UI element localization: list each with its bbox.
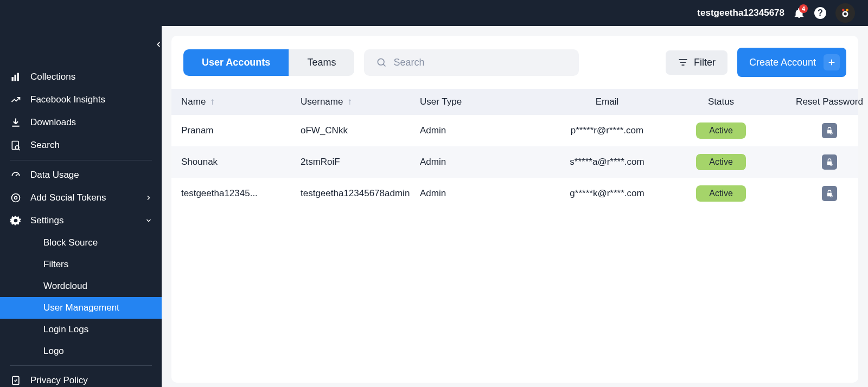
- table-row: Shounak 2tsmRoiF Admin s*****a@r****.com…: [171, 146, 858, 178]
- sidebar-item-label: Search: [30, 140, 60, 151]
- col-name[interactable]: Name↑: [181, 96, 301, 107]
- sidebar-item-label: Downloads: [30, 117, 76, 128]
- content-card: User Accounts Teams Filter Create Accoun…: [171, 36, 858, 383]
- svg-point-5: [844, 12, 847, 16]
- help-icon: ?: [814, 7, 827, 20]
- sidebar-collapse-button[interactable]: [152, 38, 165, 51]
- status-badge: Active: [696, 154, 746, 170]
- col-usertype[interactable]: User Type: [420, 96, 539, 107]
- gauge-icon: [10, 170, 22, 180]
- svg-point-2: [842, 9, 845, 11]
- cell-status: Active: [675, 122, 767, 139]
- sidebar-sub-user-management[interactable]: User Management: [0, 297, 162, 319]
- reset-password-button[interactable]: [822, 186, 837, 201]
- sidebar-sub-filters[interactable]: Filters: [0, 254, 162, 275]
- table-row: testgeetha12345... testgeetha12345678adm…: [171, 178, 858, 209]
- svg-point-16: [378, 59, 385, 65]
- cell-username: testgeetha12345678admin: [301, 188, 420, 199]
- sidebar-item-data-usage[interactable]: Data Usage: [0, 164, 162, 186]
- token-icon: [10, 192, 22, 203]
- cell-email: s*****a@r****.com: [539, 157, 675, 167]
- sidebar-nav: Collections Facebook Insights Downloads …: [0, 66, 162, 387]
- sidebar-sub-logo[interactable]: Logo: [0, 340, 162, 362]
- sidebar-item-label: Collections: [30, 72, 75, 82]
- search-input[interactable]: [393, 57, 567, 68]
- nav-divider: [10, 365, 152, 366]
- sort-arrow-up-icon: ↑: [347, 96, 352, 107]
- svg-point-3: [846, 9, 848, 11]
- sidebar: radarr Collections Facebook Insights Dow…: [0, 0, 162, 387]
- user-table: Name↑ Username↑ User Type Email Status R…: [171, 89, 858, 209]
- filter-button[interactable]: Filter: [666, 50, 727, 75]
- sidebar-item-facebook-insights[interactable]: Facebook Insights: [0, 88, 162, 111]
- sidebar-item-label: Privacy Policy: [30, 375, 88, 386]
- cell-email: g*****k@r****.com: [539, 188, 675, 199]
- top-bar: testgeetha12345678 4 ?: [0, 0, 868, 26]
- lock-reset-icon: [825, 158, 834, 166]
- cell-reset: [767, 186, 868, 201]
- plus-icon: [824, 54, 840, 70]
- sidebar-item-collections[interactable]: Collections: [0, 66, 162, 88]
- cell-username: oFW_CNkk: [301, 125, 420, 136]
- lock-reset-icon: [825, 126, 834, 135]
- sort-arrow-up-icon: ↑: [210, 96, 215, 107]
- collections-icon: [10, 72, 22, 82]
- tab-teams[interactable]: Teams: [289, 49, 354, 76]
- sidebar-item-privacy-policy[interactable]: Privacy Policy: [0, 369, 162, 387]
- avatar[interactable]: [835, 3, 855, 23]
- col-username[interactable]: Username↑: [301, 96, 420, 107]
- svg-line-17: [384, 64, 386, 66]
- search-box[interactable]: [364, 49, 579, 76]
- sidebar-item-downloads[interactable]: Downloads: [0, 111, 162, 134]
- toolbar: User Accounts Teams Filter Create Accoun…: [171, 36, 858, 89]
- chevron-right-icon: [145, 195, 152, 201]
- svg-point-13: [12, 194, 20, 202]
- col-status[interactable]: Status: [675, 96, 767, 107]
- svg-line-12: [16, 174, 17, 176]
- cell-name: Shounak: [181, 157, 301, 167]
- searchdoc-icon: [10, 140, 22, 151]
- svg-rect-7: [15, 75, 16, 81]
- svg-point-14: [15, 197, 17, 199]
- reset-password-button[interactable]: [822, 123, 837, 138]
- sidebar-item-label: Settings: [30, 215, 63, 226]
- sidebar-item-add-social-tokens[interactable]: Add Social Tokens: [0, 186, 162, 209]
- sidebar-item-search[interactable]: Search: [0, 134, 162, 157]
- sidebar-item-settings[interactable]: Settings: [0, 209, 162, 232]
- svg-rect-25: [827, 193, 832, 197]
- notification-bell[interactable]: 4: [793, 7, 805, 19]
- svg-rect-23: [827, 130, 832, 134]
- main-panel: User Accounts Teams Filter Create Accoun…: [162, 26, 868, 387]
- sidebar-item-label: Add Social Tokens: [30, 192, 106, 203]
- svg-line-11: [18, 149, 20, 151]
- sidebar-sub-block-source[interactable]: Block Source: [0, 232, 162, 254]
- help-button[interactable]: ?: [814, 7, 827, 20]
- download-icon: [10, 117, 22, 128]
- col-reset[interactable]: Reset Password: [767, 96, 868, 107]
- create-account-button[interactable]: Create Account: [737, 48, 846, 77]
- status-badge: Active: [696, 122, 746, 139]
- tab-group: User Accounts Teams: [183, 49, 354, 76]
- sidebar-sub-login-logs[interactable]: Login Logs: [0, 319, 162, 340]
- cell-status: Active: [675, 185, 767, 202]
- lock-reset-icon: [825, 189, 834, 198]
- cell-reset: [767, 123, 868, 138]
- reset-password-button[interactable]: [822, 154, 837, 170]
- col-email[interactable]: Email: [539, 96, 675, 107]
- svg-text:?: ?: [818, 8, 823, 17]
- cell-status: Active: [675, 154, 767, 170]
- nav-divider: [10, 160, 152, 160]
- table-header: Name↑ Username↑ User Type Email Status R…: [171, 89, 858, 115]
- sidebar-sub-wordcloud[interactable]: Wordcloud: [0, 275, 162, 297]
- tab-user-accounts[interactable]: User Accounts: [183, 49, 289, 76]
- cell-usertype: Admin: [420, 125, 539, 136]
- cell-name: Pranam: [181, 125, 301, 136]
- insights-icon: [10, 94, 22, 105]
- cell-email: p*****r@r****.com: [539, 125, 675, 136]
- search-icon: [376, 57, 387, 68]
- svg-rect-6: [12, 77, 14, 81]
- chevron-left-icon: [155, 41, 162, 48]
- sidebar-item-label: Data Usage: [30, 170, 79, 180]
- current-user-label: testgeetha12345678: [697, 8, 784, 18]
- chevron-down-icon: [145, 217, 152, 224]
